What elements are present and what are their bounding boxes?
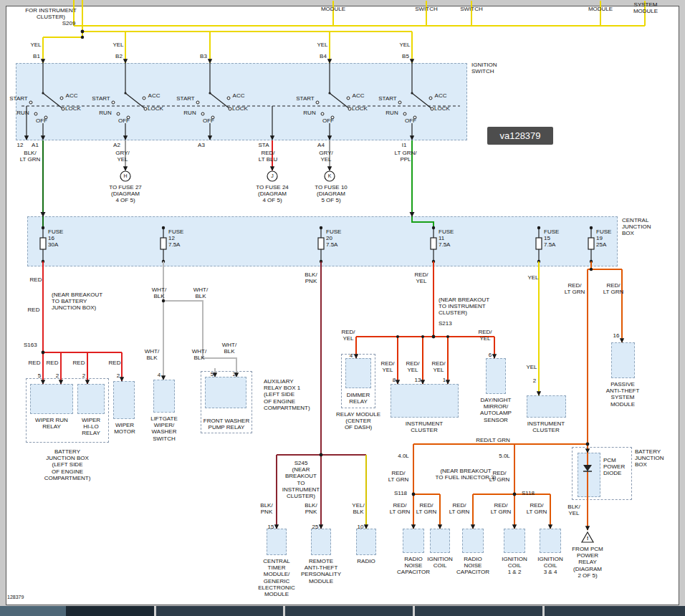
label-module-top-2: MODULE — [588, 6, 613, 12]
wire-label-wht-blk-5: WHT/ BLK — [222, 342, 236, 355]
pin-ic-1: 1 — [443, 377, 446, 383]
gray-wires — [125, 140, 330, 170]
wire-label-gry-yel-2: GRY/ YEL — [319, 150, 332, 163]
wire-label-red-lt-grn-7: RED/ LT GRN — [449, 502, 470, 515]
wire-label-red-yel-dimmer: RED/ YEL — [341, 329, 355, 342]
splice-s163-label: S163 — [24, 342, 37, 348]
taskbar-segment-4[interactable] — [285, 606, 413, 616]
wire-label-red-lt-grn-6: RED/ LT GRN — [416, 502, 437, 515]
pin-ic-8: 8 — [393, 377, 396, 383]
wire-label-yel-main: YEL — [527, 274, 538, 281]
dest-fuse-10: TO FUSE 10 (DIAGRAM 5 OF 5) — [315, 184, 348, 204]
wire-label-wht-blk-3: WHT/ BLK — [145, 348, 159, 361]
wire-label-yel-blk: YEL/ BLK — [352, 502, 364, 515]
wire-label-red-3: RED — [29, 360, 41, 366]
wire-label-blk-yel: BLK/ YEL — [567, 504, 580, 516]
splice-s118a-label: S118 — [394, 490, 407, 496]
ignition-coil34-label: IGNITION COIL 3 & 4 — [537, 556, 563, 576]
label-module-top-1: MODULE — [321, 6, 345, 12]
battery-junction-box2-label: BATTERY JUNCTION BOX — [635, 448, 664, 468]
cjb-entry-arrow-1 — [41, 212, 46, 217]
label-switch-top-1: SWITCH — [415, 6, 438, 12]
pin-rat-25: 25 — [312, 524, 319, 530]
switch2-run: RUN — [99, 110, 111, 116]
yel-label-b2: YEL — [112, 42, 123, 48]
daynight-sensor-label: DAY/NIGHT MIRROR/ AUTOLAMP SENSOR — [480, 397, 512, 423]
wire-label-blk-pnk-rat: BLK/ PNK — [305, 502, 317, 515]
wire-label-red-yel-ic8: RED/ YEL — [380, 360, 394, 373]
fuse-symbols — [40, 228, 594, 261]
wire-label-red-lt-grn-9: RED/ LT GRN — [527, 502, 547, 515]
fuse-15-label: FUSE 15 7.5A — [544, 228, 559, 249]
pin-dimmer-4: 4 — [350, 352, 353, 359]
wire-label-blk-pnk-ctm: BLK/ PNK — [260, 502, 272, 515]
wire-label-red-4: RED — [47, 360, 59, 366]
switch2-acc: ACC — [148, 92, 161, 99]
ignition-coil12-label: IGNITION COIL 1 & 2 — [502, 556, 527, 576]
taskbar-segment-1[interactable] — [0, 606, 66, 616]
taskbar-segment-5[interactable] — [415, 606, 542, 616]
dest-fuse-24: TO FUSE 24 (DIAGRAM 4 OF 5) — [256, 184, 289, 204]
yel-label-b1: YEL — [30, 42, 41, 48]
taskbar-segment-2[interactable] — [66, 606, 154, 616]
terminal-sta: STA — [259, 142, 269, 148]
cjb-title: CENTRAL JUNCTION BOX — [622, 217, 651, 237]
wiring-svg — [0, 0, 685, 616]
central-timer-module-label: CENTRAL TIMER MODULE/ GENERIC ELECTRONIC… — [258, 558, 295, 597]
wire-label-wht-blk-2: WHT/ BLK — [193, 287, 208, 299]
pcm-power-diode-label: PCM POWER DIODE — [603, 457, 625, 477]
splice-s118a-dot — [412, 493, 416, 496]
switch4-off: OFF — [322, 117, 334, 124]
wire-label-yel-ic2: YEL — [526, 364, 537, 370]
label-switch-top-2: SWITCH — [460, 6, 483, 12]
dest-fuse-27: TO FUSE 27 (DIAGRAM 4 OF 5) — [109, 184, 142, 204]
pin-wiper-run-5: 5 — [38, 372, 41, 379]
fuse-11-label: FUSE 11 7.5A — [439, 228, 454, 249]
ignition-switch-title: IGNITION SWITCH — [471, 62, 497, 74]
pin-wiper-motor-2: 2 — [117, 372, 120, 379]
instrument-cluster-label: INSTRUMENT CLUSTER — [406, 420, 443, 433]
liftgate-switch-label: LIFTGATE WIPER/ WASHER SWITCH — [150, 415, 178, 442]
instrument-cluster2-label: INSTRUMENT CLUSTER — [527, 420, 565, 433]
wiper-run-relay-label: WIPER RUN RELAY — [35, 417, 68, 430]
taskbar-segment-6[interactable] — [545, 606, 685, 616]
pin-ctm-15: 15 — [268, 524, 274, 530]
wht-blk-wires — [163, 261, 236, 380]
near-breakout-fuel-injector: (NEAR BREAKOUT TO FUEL INJECTOR 3) — [436, 468, 497, 481]
wire-label-red-lt-grn-2: RED/ LT GRN — [603, 282, 624, 295]
switch4-lock: LOCK — [352, 105, 368, 112]
wire-label-red-lt-blu: RED/ LT BLU — [259, 150, 277, 163]
wire-label-red-6: RED — [109, 360, 121, 366]
wire-label-gry-yel-1: GRY/ YEL — [115, 150, 129, 163]
engine-4-0l-label: 4.0L — [398, 453, 409, 459]
from-pcm-power-relay-label: FROM PCM POWER RELAY (DIAGRAM 2 OF 5) — [572, 546, 603, 579]
remote-antitheft-module-label: REMOTE ANTI-THEFT PERSONALITY MODULE — [301, 558, 341, 584]
pin-liftgate-4: 4 — [158, 372, 161, 378]
taskbar-segment-3[interactable] — [156, 606, 283, 616]
near-breakout-bjb: (NEAR BREAKOUT TO BATTERY JUNCTION BOX) — [52, 292, 102, 312]
ignition-coil-label: IGNITION COIL — [427, 556, 453, 569]
terminal-a1: A1 — [32, 142, 39, 148]
switch2-start: START — [92, 95, 110, 102]
switch3-start: START — [176, 95, 194, 102]
wire-label-red-5: RED — [73, 360, 85, 366]
switch-contacts — [29, 97, 433, 119]
splice-s118b-label: S118 — [522, 490, 535, 496]
switch4-run: RUN — [303, 110, 315, 116]
pin-sensor-6: 6 — [489, 352, 492, 358]
switch4-start: START — [296, 95, 314, 102]
terminal-a2: A2 — [113, 142, 120, 148]
fuse-16-label: FUSE 16 30A — [48, 228, 63, 249]
terminal-b4: B4 — [320, 53, 327, 59]
radio-noise-capacitor1-label: RADIO NOISE CAPACITOR — [397, 556, 430, 576]
wire-label-red-lt-grn-3: RED/ LT GRN — [388, 470, 409, 483]
pin-wiper-hilo-2: 2 — [82, 372, 85, 379]
taskbar — [0, 606, 685, 616]
fuse-20-label: FUSE 20 7.5A — [326, 228, 341, 249]
terminal-a3: A3 — [198, 142, 205, 148]
switch2-off: OFF — [118, 117, 130, 124]
wire-label-lt-grn-ppl: LT GRN/ PPL — [395, 150, 417, 163]
radio-noise-capacitor2-label: RADIO NOISE CAPACITOR — [456, 556, 489, 576]
switch1-off: OFF — [36, 117, 47, 124]
yel-label-b5: YEL — [399, 42, 410, 48]
